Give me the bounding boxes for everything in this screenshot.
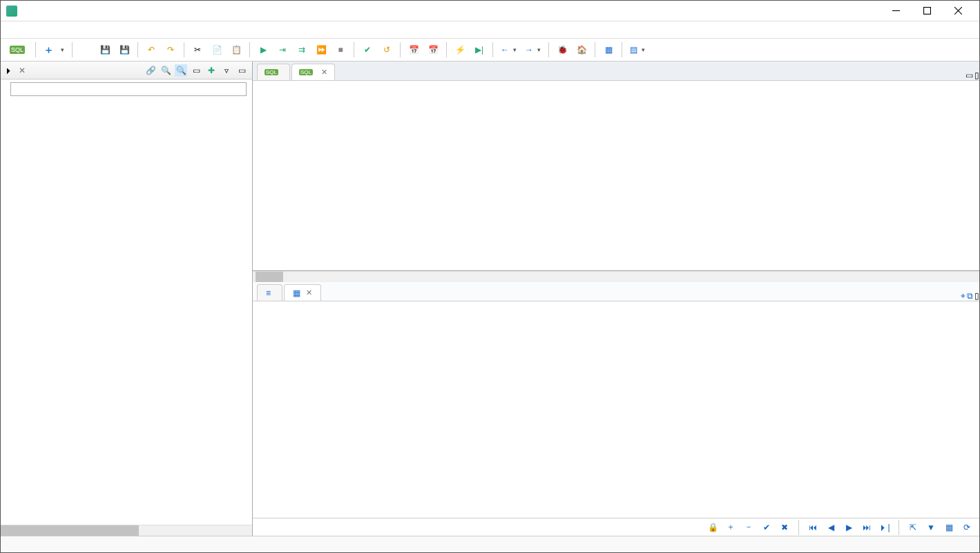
stop-button[interactable]: ■ [332,41,349,59]
goto-icon[interactable]: ⏵| [878,521,892,534]
sidebar-search-row [1,79,252,99]
statusbar [1,536,979,552]
result-tab-message[interactable]: ≡ [257,284,282,301]
editor-tab-2[interactable]: SQL ✕ [291,64,335,80]
pin-icon[interactable]: ⌖ [961,291,965,301]
undo-button[interactable]: ↶ [142,41,160,59]
maximize-button[interactable] [912,1,943,21]
result-grid-wrap[interactable] [253,301,979,518]
last-icon[interactable]: ⏭ [860,521,874,534]
nav-back-button[interactable]: ← [497,41,520,59]
refresh-icon[interactable]: ⟳ [960,521,974,534]
save-button[interactable]: 💾 [96,41,114,59]
max-result-icon[interactable]: ▯ [974,291,979,301]
grid-button[interactable]: ▦ [599,41,617,59]
minimize-editor-icon[interactable]: ▭ [965,71,973,80]
commit-button[interactable]: ✔ [358,41,376,59]
editor-hscroll[interactable] [253,271,979,282]
home-button[interactable]: 🏠 [573,41,590,59]
cal1-button[interactable]: 📅 [405,41,423,59]
rollback-button[interactable]: ↺ [378,41,396,59]
sql-icon: SQL [265,69,278,75]
editor-tab-bar: SQL SQL ✕ ▭ ▯ [253,62,979,81]
open-button[interactable] [77,41,95,59]
revert-row-icon[interactable]: ✖ [778,521,791,534]
menu-help[interactable] [63,27,74,32]
save-all-button[interactable]: 💾 [115,41,133,59]
close-icon[interactable]: ✕ [306,288,312,297]
object-tree[interactable] [1,99,252,525]
new-button[interactable]: ＋ [40,41,68,59]
menu-query[interactable] [35,27,46,32]
sql-icon: SQL [10,46,25,54]
prev-icon[interactable]: ◀ [824,521,838,534]
close-view-icon[interactable]: ✕ [19,66,26,75]
next-icon[interactable]: ▶ [842,521,856,534]
nav-fwd-button[interactable]: → [521,41,544,59]
editor-tab-1[interactable]: SQL [257,64,290,80]
run-plan1-button[interactable]: ⇉ [293,41,311,59]
detach-icon[interactable]: ⧉ [967,291,973,301]
redo-button[interactable]: ↷ [162,41,180,59]
titlebar [1,1,979,21]
sql-icon: SQL [299,69,313,75]
expand-all-icon[interactable]: ✚ [205,64,218,77]
debug-button[interactable]: 🐞 [553,41,571,59]
result-footer: 🔒 ＋ － ✔ ✖ ⏮ ◀ ▶ ⏭ ⏵| ⇱ ▼ ▦ ⟳ [253,518,979,536]
first-icon[interactable]: ⏮ [806,521,820,534]
close-button[interactable] [943,1,974,21]
app-icon [6,6,17,17]
sidebar-hscroll[interactable] [1,525,252,536]
cal2-button[interactable]: 📅 [424,41,442,59]
paste-button[interactable]: 📋 [227,41,245,59]
view-button[interactable]: ▤ [626,41,648,59]
export-icon[interactable]: ⇱ [906,521,920,534]
maximize-editor-icon[interactable]: ▯ [974,71,979,80]
menu-file[interactable] [8,27,19,32]
link-icon[interactable]: 🔗 [144,64,157,77]
cut-button[interactable]: ✂ [189,41,206,59]
close-icon[interactable]: ✕ [321,68,327,77]
commit-row-icon[interactable]: ✔ [760,521,774,534]
search-input[interactable] [10,82,247,96]
result-tab-bar: ≡ ▦ ✕ ⌖ ⧉ ▯ [253,282,979,301]
collapse-icon[interactable]: ▭ [190,64,202,77]
del-row-icon[interactable]: － [742,521,756,534]
sql-editor[interactable] [253,81,979,271]
add-row-icon[interactable]: ＋ [724,521,738,534]
minimize-pane-icon[interactable]: ▭ [236,64,248,77]
view-menu-icon[interactable]: ▿ [220,64,233,77]
filter2-icon[interactable]: ▼ [924,521,938,534]
lock-icon[interactable]: 🔒 [706,521,720,534]
filter-icon[interactable]: 🔍 [160,64,172,77]
result-panel: ≡ ▦ ✕ ⌖ ⧉ ▯ 🔒 ＋ － ✔ ✖ ⏮ ◀ ▶ [253,282,979,536]
minimize-button[interactable] [881,1,912,21]
tool1-button[interactable]: ⚡ [451,41,469,59]
run-plan2-button[interactable]: ⏩ [312,41,330,59]
svg-rect-0 [924,8,931,15]
grid-opts-icon[interactable]: ▦ [942,521,956,534]
search-toggle-icon[interactable]: 🔍 [175,64,187,77]
menubar [1,21,979,38]
object-navigator-panel: ⏵ ✕ 🔗 🔍 🔍 ▭ ✚ ▿ ▭ [1,62,253,536]
menu-edit[interactable] [21,27,32,32]
result-tab-data[interactable]: ▦ ✕ [284,284,321,301]
copy-button[interactable]: 📄 [208,41,226,59]
new-query-button[interactable]: SQL [6,41,31,59]
run-button[interactable]: ▶ [254,41,272,59]
toolbar: SQL ＋ 💾 💾 ↶ ↷ ✂ 📄 📋 ▶ ⇥ ⇉ ⏩ ■ ✔ ↺ 📅 📅 ⚡ … [1,38,979,62]
tool2-button[interactable]: ▶| [470,41,488,59]
run-step-button[interactable]: ⇥ [273,41,291,59]
menu-window[interactable] [49,27,60,32]
sidebar-header: ⏵ ✕ 🔗 🔍 🔍 ▭ ✚ ▿ ▭ [1,62,252,79]
